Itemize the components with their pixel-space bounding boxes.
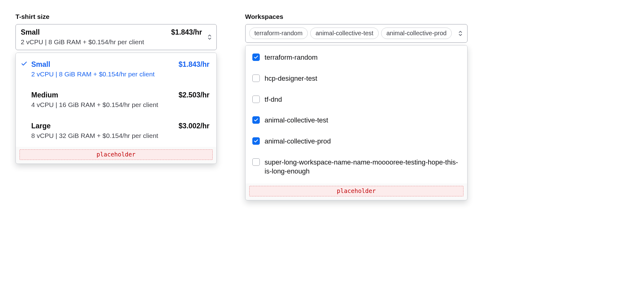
checkbox-icon[interactable] — [252, 54, 260, 61]
workspaces-option-label: animal-collective-prod — [265, 137, 331, 146]
option-specs: 8 vCPU | 32 GiB RAM + $0.154/hr per clie… — [31, 131, 210, 140]
workspaces-option-label: super-long-workspace-name-name-mooooree-… — [265, 158, 460, 176]
checkbox-icon[interactable] — [252, 158, 260, 166]
workspaces-select-trigger[interactable]: terraform-random animal-collective-test … — [245, 24, 468, 43]
checkbox-icon[interactable] — [252, 116, 260, 124]
workspaces-option-label: terraform-random — [265, 53, 318, 62]
check-icon — [21, 121, 31, 122]
workspaces-label: Workspaces — [245, 12, 468, 21]
option-price: $1.843/hr — [179, 60, 210, 69]
option-name: Small — [31, 60, 50, 69]
option-name: Medium — [31, 90, 58, 100]
workspaces-option-label: animal-collective-test — [265, 116, 328, 125]
workspaces-options: terraform-random hcp-designer-test tf-dn… — [246, 45, 467, 183]
workspaces-tag[interactable]: animal-collective-test — [310, 28, 379, 39]
workspaces-listbox: terraform-random hcp-designer-test tf-dn… — [245, 45, 468, 200]
tshirt-size-options: Small $1.843/hr 2 vCPU | 8 GiB RAM + $0.… — [16, 53, 216, 147]
checkbox-icon[interactable] — [252, 137, 260, 145]
workspaces-option[interactable]: super-long-workspace-name-name-mooooree-… — [246, 153, 467, 180]
tshirt-size-label: T-shirt size — [15, 12, 217, 21]
checkbox-icon[interactable] — [252, 75, 260, 82]
workspaces-option[interactable]: tf-dnd — [246, 91, 467, 109]
option-price: $3.002/hr — [179, 121, 210, 131]
option-name: Large — [31, 121, 51, 131]
workspaces-option[interactable]: hcp-designer-test — [246, 70, 467, 88]
workspaces-option[interactable]: terraform-random — [246, 49, 467, 66]
tshirt-option-large[interactable]: Large $3.002/hr 8 vCPU | 32 GiB RAM + $0… — [16, 118, 216, 144]
option-specs: 4 vCPU | 16 GiB RAM + $0.154/hr per clie… — [31, 101, 210, 109]
tshirt-size-listbox: Small $1.843/hr 2 vCPU | 8 GiB RAM + $0.… — [15, 53, 217, 164]
chevron-up-down-icon — [207, 34, 212, 41]
tshirt-size-selected-specs: 2 vCPU | 8 GiB RAM + $0.154/hr per clien… — [21, 38, 202, 46]
workspaces-option-label: hcp-designer-test — [265, 74, 317, 83]
check-icon — [21, 60, 31, 67]
workspaces-footer-placeholder: placeholder — [249, 186, 463, 196]
tshirt-size-footer-placeholder: placeholder — [20, 149, 213, 160]
workspaces-tag[interactable]: terraform-random — [249, 28, 308, 39]
workspaces-option[interactable]: animal-collective-prod — [246, 132, 467, 150]
workspaces-option[interactable]: animal-collective-test — [246, 111, 467, 129]
option-specs: 2 vCPU | 8 GiB RAM + $0.154/hr per clien… — [31, 70, 210, 79]
workspaces-tag[interactable]: animal-collective-prod — [381, 28, 452, 39]
workspaces-field: Workspaces terraform-random animal-colle… — [245, 12, 468, 200]
tshirt-option-medium[interactable]: Medium $2.503/hr 4 vCPU | 16 GiB RAM + $… — [16, 87, 216, 113]
workspaces-option-label: tf-dnd — [265, 95, 282, 104]
check-icon — [21, 90, 31, 91]
tshirt-size-select-trigger[interactable]: Small $1.843/hr 2 vCPU | 8 GiB RAM + $0.… — [15, 24, 217, 50]
tshirt-option-small[interactable]: Small $1.843/hr 2 vCPU | 8 GiB RAM + $0.… — [16, 56, 216, 82]
tshirt-size-selected-price: $1.843/hr — [171, 28, 202, 37]
tshirt-size-selected-value: Small $1.843/hr 2 vCPU | 8 GiB RAM + $0.… — [21, 28, 202, 46]
chevron-up-down-icon — [458, 30, 463, 37]
tshirt-size-field: T-shirt size Small $1.843/hr 2 vCPU | 8 … — [15, 12, 217, 164]
option-price: $2.503/hr — [179, 90, 210, 100]
checkbox-icon[interactable] — [252, 96, 260, 103]
tshirt-size-selected-name: Small — [21, 28, 40, 37]
